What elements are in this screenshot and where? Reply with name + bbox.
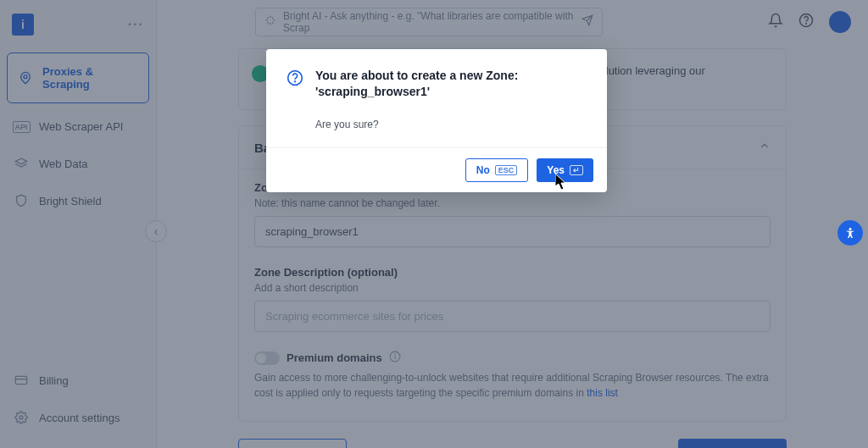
collapse-sidebar-button[interactable]: ‹ xyxy=(145,220,167,242)
premium-list-link[interactable]: this list xyxy=(587,387,618,399)
premium-toggle[interactable] xyxy=(254,351,280,365)
confirm-modal: You are about to create a new Zone: 'scr… xyxy=(266,49,607,192)
modal-title-line1: You are about to create a new Zone: xyxy=(315,69,518,82)
svg-point-14 xyxy=(849,228,852,230)
svg-point-0 xyxy=(24,75,27,79)
ai-search-input[interactable]: Bright AI - Ask anything - e.g. "What li… xyxy=(255,8,603,36)
sidebar-item-account[interactable]: Account settings xyxy=(0,399,156,436)
more-icon[interactable]: ··· xyxy=(128,17,144,32)
sidebar-item-label: Web Data xyxy=(39,158,88,170)
modal-title-line2: 'scraping_browser1' xyxy=(315,85,430,98)
sparkle-icon xyxy=(264,14,276,29)
zone-name-note: Note: this name cannot be changed later. xyxy=(254,197,771,209)
shield-icon xyxy=(14,194,29,207)
sidebar-item-label: Bright Shield xyxy=(39,195,102,207)
sidebar-item-proxies[interactable]: Proxies & Scraping xyxy=(7,53,149,103)
bell-icon[interactable] xyxy=(768,13,783,31)
sidebar-logo-row: i ··· xyxy=(0,14,156,47)
svg-point-4 xyxy=(19,416,23,419)
help-icon[interactable] xyxy=(798,13,814,31)
app-logo[interactable]: i xyxy=(12,14,34,36)
proxies-icon xyxy=(18,71,32,85)
esc-key: ESC xyxy=(495,165,518,175)
send-icon[interactable] xyxy=(581,14,593,29)
zone-name-input[interactable] xyxy=(254,216,771,247)
sidebar-item-label: Account settings xyxy=(39,412,120,424)
layers-icon xyxy=(14,157,29,170)
back-button[interactable]: Back xyxy=(238,439,347,448)
add-button[interactable]: Add xyxy=(678,439,787,448)
gear-icon xyxy=(14,411,29,424)
info-icon[interactable] xyxy=(389,351,401,365)
topbar: Bright AI - Ask anything - e.g. "What li… xyxy=(157,0,868,43)
sidebar-item-label: Billing xyxy=(39,374,69,387)
enter-key: ↵ xyxy=(570,165,583,175)
sidebar-item-scraperapi[interactable]: API Web Scraper API xyxy=(0,108,156,145)
modal-no-button[interactable]: NoESC xyxy=(465,158,529,182)
svg-rect-2 xyxy=(15,376,26,384)
sidebar-item-label: Proxies & Scraping xyxy=(42,65,138,91)
modal-yes-button[interactable]: Yes↵ xyxy=(537,158,593,182)
api-icon: API xyxy=(14,121,29,133)
card-icon xyxy=(14,373,29,387)
premium-label: Premium domains xyxy=(287,351,382,364)
modal-confirm-text: Are you sure? xyxy=(315,119,518,130)
footer-buttons: Back Add xyxy=(238,439,787,448)
sidebar: i ··· Proxies & Scraping API Web Scraper… xyxy=(0,0,157,448)
sidebar-item-billing[interactable]: Billing xyxy=(0,362,156,399)
sidebar-item-shield[interactable]: Bright Shield xyxy=(0,182,156,219)
svg-point-6 xyxy=(806,23,807,24)
premium-help: Gain access to more challenging-to-unloc… xyxy=(254,370,771,401)
modal-question-icon xyxy=(287,69,305,130)
svg-marker-1 xyxy=(15,158,26,164)
zone-desc-label: Zone Description (optional) xyxy=(254,266,771,279)
ai-placeholder: Bright AI - Ask anything - e.g. "What li… xyxy=(283,10,575,34)
zone-desc-note: Add a short description xyxy=(254,282,771,294)
zone-desc-input[interactable] xyxy=(254,301,771,332)
svg-point-10 xyxy=(394,354,395,355)
chevron-up-icon xyxy=(759,140,771,155)
sidebar-item-label: Web Scraper API xyxy=(39,120,123,133)
svg-point-12 xyxy=(295,81,296,82)
avatar[interactable] xyxy=(829,11,851,33)
sidebar-item-webdata[interactable]: Web Data xyxy=(0,145,156,182)
accessibility-button[interactable] xyxy=(837,220,863,246)
